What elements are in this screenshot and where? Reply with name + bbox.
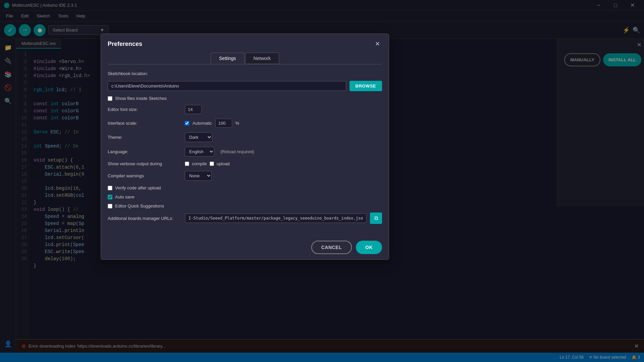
compiler-warnings-label: Compiler warnings xyxy=(108,173,181,178)
verbose-row: Show verbose output during compile uploa… xyxy=(108,161,382,166)
verify-checkbox[interactable] xyxy=(108,186,112,190)
scale-pct-label: % xyxy=(235,121,239,126)
dialog-header: Preferences ✕ xyxy=(101,34,389,49)
editor-quick-label: Editor Quick Suggestions xyxy=(115,203,164,208)
upload-label: upload xyxy=(217,161,230,166)
scale-input[interactable] xyxy=(215,119,232,128)
auto-checkbox[interactable] xyxy=(185,121,189,125)
ok-button[interactable]: OK xyxy=(356,241,382,254)
tab-settings[interactable]: Settings xyxy=(211,53,245,64)
interface-scale-label: Interface scale: xyxy=(108,121,181,126)
dialog-title: Preferences xyxy=(108,41,142,48)
preferences-dialog: Preferences ✕ Settings Network Sketchboo… xyxy=(101,34,389,260)
compile-label: compile xyxy=(192,161,207,166)
interface-scale-row: Interface scale: Automatic % xyxy=(108,119,382,128)
language-select[interactable]: English Deutsch Español Français xyxy=(185,147,214,157)
auto-save-row: Auto save xyxy=(108,194,382,199)
auto-save-label: Auto save xyxy=(115,194,135,199)
url-copy-button[interactable]: ⧉ xyxy=(370,213,382,224)
browse-button[interactable]: BROWSE xyxy=(350,81,382,91)
editor-quick-row: Editor Quick Suggestions xyxy=(108,203,382,208)
font-size-input[interactable] xyxy=(185,105,202,114)
show-files-row: Show files inside Sketches xyxy=(108,96,382,101)
auto-save-checkbox[interactable] xyxy=(108,195,112,199)
dialog-footer: CANCEL OK xyxy=(101,235,389,259)
theme-row: Theme: Dark Light System xyxy=(108,132,382,142)
sketchbook-row: Sketchbook location: xyxy=(108,71,382,76)
upload-checkbox[interactable] xyxy=(210,162,214,166)
compiler-warnings-select[interactable]: None Default More All xyxy=(185,171,212,181)
additional-urls-label: Additional boards manager URLs: xyxy=(108,216,181,221)
tab-network[interactable]: Network xyxy=(245,53,279,64)
editor-quick-checkbox[interactable] xyxy=(108,204,112,208)
auto-label: Automatic xyxy=(193,121,212,126)
verify-label: Verify code after upload xyxy=(115,185,161,190)
sketchbook-label: Sketchbook location: xyxy=(108,71,181,76)
dialog-close-button[interactable]: ✕ xyxy=(373,39,382,49)
language-label: Language: xyxy=(108,149,181,154)
additional-urls-input[interactable] xyxy=(185,214,367,223)
url-copy-icon: ⧉ xyxy=(374,215,378,221)
verbose-label: Show verbose output during xyxy=(108,161,181,166)
font-size-label: Editor font size: xyxy=(108,107,181,112)
language-row: Language: English Deutsch Español França… xyxy=(108,147,382,157)
compile-checkbox[interactable] xyxy=(185,162,189,166)
sketchbook-input[interactable] xyxy=(108,81,346,91)
verify-row: Verify code after upload xyxy=(108,185,382,190)
additional-urls-row: Additional boards manager URLs: ⧉ xyxy=(108,213,382,224)
font-size-row: Editor font size: xyxy=(108,105,382,114)
dialog-overlay: Preferences ✕ Settings Network Sketchboo… xyxy=(0,0,644,362)
cancel-button[interactable]: CANCEL xyxy=(311,241,352,254)
reload-required-label: (Reload required) xyxy=(220,149,254,154)
dialog-tabs: Settings Network xyxy=(101,49,389,64)
sketchbook-input-row: BROWSE xyxy=(108,81,382,91)
show-files-label: Show files inside Sketches xyxy=(115,96,167,101)
theme-select[interactable]: Dark Light System xyxy=(185,132,212,142)
compiler-warnings-row: Compiler warnings None Default More All xyxy=(108,171,382,181)
verbose-section: compile upload xyxy=(185,161,230,166)
theme-label: Theme: xyxy=(108,135,181,140)
show-files-checkbox[interactable] xyxy=(108,96,112,101)
dialog-content: Sketchbook location: BROWSE Show files i… xyxy=(101,64,389,235)
